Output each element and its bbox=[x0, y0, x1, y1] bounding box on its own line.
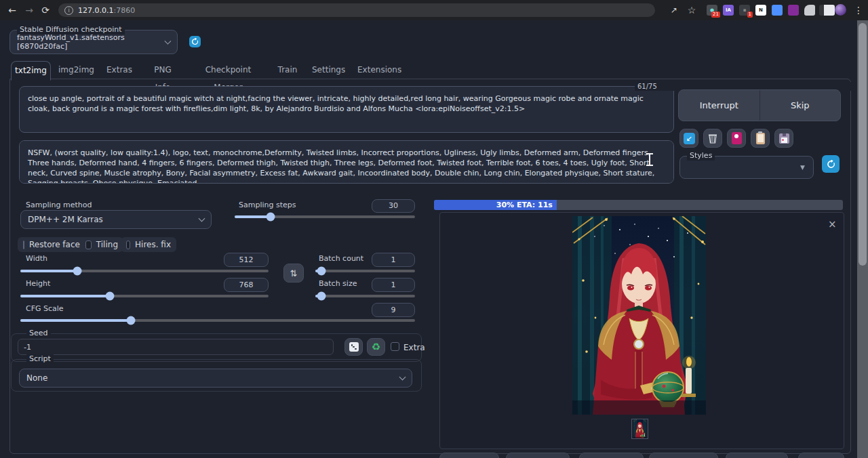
skip-button[interactable]: Skip bbox=[760, 100, 841, 110]
width-slider[interactable] bbox=[20, 267, 269, 275]
restore-faces-checkbox-row[interactable]: Restore faces bbox=[18, 237, 88, 252]
gallery-thumbnail[interactable] bbox=[631, 419, 648, 439]
address-bar[interactable]: i 127.0.0.1 :7860 bbox=[58, 3, 655, 17]
hires-fix-checkbox-row[interactable]: Hires. fix bbox=[121, 237, 176, 252]
paste-params-button[interactable]: ↙ bbox=[679, 129, 698, 148]
floppy-disk-icon bbox=[779, 133, 789, 144]
sampling-steps-slider[interactable] bbox=[235, 213, 415, 221]
url-port: :7860 bbox=[113, 6, 135, 15]
random-seed-button[interactable] bbox=[344, 338, 363, 356]
card-icon bbox=[732, 132, 742, 144]
extension-icon-notion[interactable]: N bbox=[755, 5, 766, 16]
site-info-icon[interactable]: i bbox=[64, 6, 73, 15]
tab-settings[interactable]: Settings bbox=[312, 61, 343, 79]
tab-extensions[interactable]: Extensions bbox=[357, 61, 399, 79]
seed-input[interactable] bbox=[18, 339, 334, 355]
script-label: Script bbox=[26, 354, 54, 364]
browser-back-icon[interactable]: ← bbox=[5, 0, 19, 20]
batch-size-slider[interactable] bbox=[315, 292, 415, 300]
tiling-checkbox[interactable] bbox=[85, 241, 92, 249]
extension-icon-4[interactable] bbox=[788, 5, 799, 16]
slider-handle[interactable] bbox=[105, 292, 114, 301]
tab-img2img[interactable]: img2img bbox=[58, 61, 95, 79]
bookmark-star-icon[interactable]: ☆ bbox=[685, 0, 698, 20]
sampling-method-dropdown[interactable]: DPM++ 2M Karras bbox=[20, 210, 212, 229]
sampling-steps-label: Sampling steps bbox=[239, 201, 296, 209]
chevron-down-icon bbox=[399, 374, 406, 381]
slider-handle[interactable] bbox=[317, 267, 326, 276]
tab-extras[interactable]: Extras bbox=[105, 61, 134, 79]
script-dropdown[interactable]: None bbox=[19, 369, 412, 388]
height-input[interactable]: 768 bbox=[224, 278, 269, 292]
close-preview-icon[interactable]: × bbox=[828, 220, 837, 230]
apply-styles-button[interactable] bbox=[751, 129, 770, 148]
extension-badge: 1 bbox=[747, 12, 753, 18]
styles-refresh-button[interactable] bbox=[822, 155, 840, 173]
scrollbar-thumb[interactable] bbox=[859, 23, 867, 266]
browser-menu-icon[interactable]: ⋮ bbox=[852, 0, 865, 20]
interrupt-button[interactable]: Interrupt bbox=[679, 100, 760, 110]
gallery-action-button-1[interactable] bbox=[439, 453, 499, 458]
gallery-action-button-6[interactable] bbox=[798, 453, 844, 458]
reuse-seed-button[interactable]: ♻ bbox=[367, 338, 385, 356]
swap-dimensions-button[interactable]: ⇅ bbox=[283, 264, 304, 283]
hires-fix-checkbox[interactable] bbox=[126, 241, 130, 249]
checkpoint-refresh-button[interactable] bbox=[189, 36, 201, 47]
script-value: None bbox=[26, 373, 47, 383]
extension-icon-3[interactable] bbox=[772, 5, 783, 16]
gallery-action-button-3[interactable] bbox=[579, 453, 644, 458]
refresh-icon bbox=[827, 160, 835, 169]
slider-handle[interactable] bbox=[317, 292, 326, 301]
share-icon[interactable]: ↗ bbox=[667, 0, 681, 20]
sidepanel-icon[interactable] bbox=[819, 5, 835, 16]
refresh-icon bbox=[191, 38, 199, 45]
slider-handle[interactable] bbox=[73, 267, 82, 276]
generated-image[interactable] bbox=[572, 216, 706, 415]
checkpoint-dropdown[interactable]: Stable Diffusion checkpoint fantasyWorld… bbox=[9, 30, 178, 54]
url-host: 127.0.0.1 bbox=[78, 6, 113, 15]
batch-size-input[interactable]: 1 bbox=[372, 278, 415, 292]
sampling-method-value: DPM++ 2M Karras bbox=[28, 215, 103, 224]
browser-toolbar: ← → ⟳ i 127.0.0.1 :7860 ↗ ☆ ● 21 IA ▪ 1 … bbox=[0, 0, 868, 20]
progress-fill: 30% ETA: 11s bbox=[434, 200, 557, 210]
slider-handle[interactable] bbox=[267, 213, 275, 222]
extensions-puzzle-icon[interactable] bbox=[804, 5, 815, 16]
tab-txt2img[interactable]: txt2img bbox=[11, 61, 51, 81]
browser-forward-icon[interactable]: → bbox=[22, 0, 36, 20]
height-slider[interactable] bbox=[20, 292, 269, 300]
negative-prompt-input[interactable]: NSFW, (worst quality, low quality:1.4), … bbox=[19, 140, 674, 184]
batch-count-slider[interactable] bbox=[315, 267, 415, 275]
tab-train[interactable]: Train bbox=[277, 61, 298, 79]
extra-seed-checkbox[interactable] bbox=[391, 342, 399, 351]
cfg-scale-input[interactable]: 9 bbox=[372, 303, 415, 317]
profile-avatar[interactable] bbox=[835, 4, 846, 16]
sampling-method-label: Sampling method bbox=[26, 201, 92, 209]
clear-prompt-button[interactable] bbox=[703, 129, 722, 148]
swap-arrows-icon: ⇅ bbox=[290, 268, 298, 278]
slider-handle[interactable] bbox=[126, 316, 135, 325]
gallery-action-button-5[interactable] bbox=[726, 453, 788, 458]
extension-icon-ia[interactable]: IA bbox=[723, 5, 734, 16]
gallery-action-button-4[interactable] bbox=[649, 453, 718, 458]
arrow-down-left-icon: ↙ bbox=[684, 133, 695, 144]
extra-networks-button[interactable] bbox=[727, 129, 746, 148]
output-gallery: × bbox=[439, 212, 844, 449]
styles-dropdown[interactable]: Styles ▼ bbox=[679, 156, 814, 179]
save-style-button[interactable] bbox=[774, 129, 793, 148]
checkpoint-label: Stable Diffusion checkpoint bbox=[17, 25, 125, 35]
browser-reload-icon[interactable]: ⟳ bbox=[39, 0, 52, 20]
batch-count-input[interactable]: 1 bbox=[372, 253, 415, 267]
tiling-checkbox-row[interactable]: Tiling bbox=[80, 237, 123, 252]
trash-icon bbox=[708, 133, 717, 144]
progress-bar: 30% ETA: 11s bbox=[434, 200, 843, 210]
gallery-action-button-2[interactable] bbox=[506, 453, 570, 458]
prompt-input[interactable]: close up angle, portrait of a beautiful … bbox=[19, 86, 674, 133]
sampling-steps-input[interactable]: 30 bbox=[372, 199, 415, 213]
width-input[interactable]: 512 bbox=[224, 253, 269, 267]
extension-icon-1[interactable]: ● 21 bbox=[707, 5, 717, 16]
extension-icon-2[interactable]: ▪ 1 bbox=[739, 5, 750, 16]
chevron-down-icon bbox=[199, 215, 205, 222]
page-scrollbar[interactable] bbox=[857, 20, 868, 458]
restore-faces-checkbox[interactable] bbox=[23, 241, 24, 249]
cfg-scale-slider[interactable] bbox=[20, 316, 415, 325]
